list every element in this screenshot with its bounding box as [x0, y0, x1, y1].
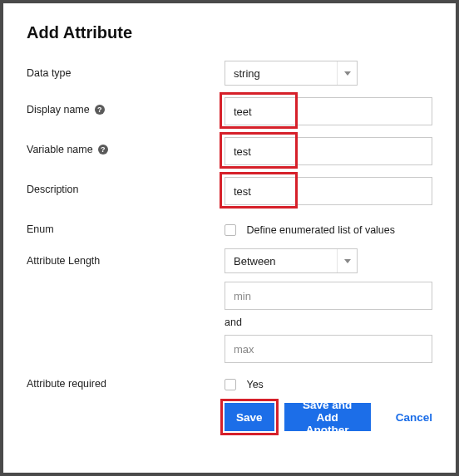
label-enum: Enum — [27, 217, 225, 235]
length-mode-select[interactable]: Between — [225, 248, 358, 273]
label-attribute-required: Attribute required — [27, 371, 225, 390]
label-description: Description — [27, 177, 225, 195]
save-add-another-button[interactable]: Save and Add Another — [284, 403, 371, 431]
description-input[interactable] — [225, 177, 432, 205]
required-checkbox[interactable] — [225, 379, 236, 390]
cancel-link[interactable]: Cancel — [396, 411, 432, 424]
help-icon[interactable]: ? — [95, 105, 105, 115]
enum-checkbox-label: Define enumerated list of values — [246, 224, 395, 236]
display-name-input[interactable] — [225, 97, 432, 125]
help-icon[interactable]: ? — [98, 145, 108, 155]
data-type-select[interactable]: string — [225, 61, 358, 86]
variable-name-input[interactable] — [225, 137, 432, 165]
enum-checkbox[interactable] — [225, 224, 236, 236]
label-variable-name: Variable name ? — [27, 137, 225, 155]
max-input[interactable] — [225, 335, 432, 363]
min-input[interactable] — [225, 282, 432, 310]
label-attribute-length: Attribute Length — [27, 248, 225, 267]
chevron-down-icon — [337, 61, 357, 85]
chevron-down-icon — [337, 249, 357, 272]
label-data-type: Data type — [27, 61, 225, 79]
modal-title: Add Attribute — [27, 23, 432, 42]
modal-footer: Save Save and Add Another Cancel — [225, 403, 432, 431]
label-display-name: Display name ? — [27, 97, 225, 115]
save-button[interactable]: Save — [225, 403, 274, 431]
and-label: and — [225, 317, 432, 328]
required-checkbox-label: Yes — [246, 379, 263, 390]
add-attribute-modal: Add Attribute Data type string Display n… — [3, 3, 456, 473]
